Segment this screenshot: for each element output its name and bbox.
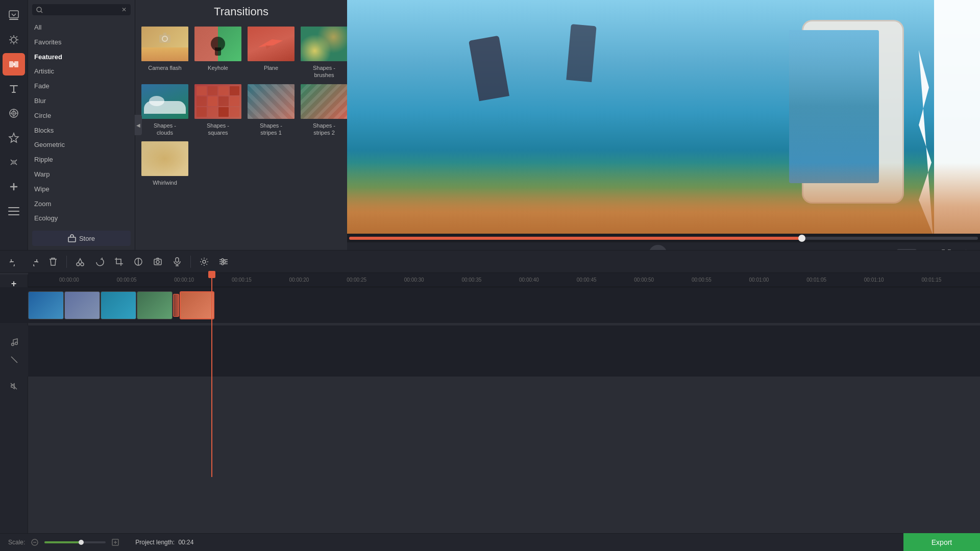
category-zoom[interactable]: Zoom xyxy=(28,197,135,212)
transition-thumb-shapes-stripes1 xyxy=(247,83,296,120)
svg-rect-16 xyxy=(163,33,166,35)
tool-plus[interactable] xyxy=(3,176,25,198)
scale-slider[interactable] xyxy=(44,541,106,543)
svg-point-24 xyxy=(222,259,224,261)
tool-effects[interactable] xyxy=(3,29,25,51)
transition-thumb-shapes-brushes xyxy=(300,26,349,62)
ruler-mark-6: 00:00:30 xyxy=(403,277,461,283)
video-clip-3[interactable] xyxy=(101,291,136,319)
rotate-button[interactable] xyxy=(91,254,108,270)
category-artistic[interactable]: Artistic xyxy=(28,64,135,79)
category-featured[interactable]: Featured xyxy=(28,50,135,65)
transition-label-shapes-brushes: Shapes -brushes xyxy=(313,64,335,79)
category-favorites[interactable]: Favorites xyxy=(28,35,135,50)
progress-bar-container xyxy=(347,234,980,243)
progress-bar-track[interactable] xyxy=(349,237,978,240)
panel-collapse-button[interactable]: ◀ xyxy=(135,115,142,135)
export-button[interactable]: Export xyxy=(903,533,980,551)
category-all[interactable]: All xyxy=(28,20,135,35)
progress-bar-thumb[interactable] xyxy=(798,235,805,242)
delete-button[interactable] xyxy=(45,254,61,270)
ruler-mark-14: 00:01:10 xyxy=(863,277,921,283)
transition-plane[interactable]: Plane xyxy=(247,26,296,79)
transition-shapes-clouds[interactable]: Shapes -clouds xyxy=(140,83,189,137)
svg-point-32 xyxy=(11,343,14,346)
tool-hamburger[interactable] xyxy=(3,200,25,222)
transition-shapes-stripes2[interactable]: Shapes -stripes 2 xyxy=(300,83,349,137)
search-clear-icon[interactable]: ✕ xyxy=(121,6,127,13)
category-blocks[interactable]: Blocks xyxy=(28,123,135,138)
transition-shapes-brushes[interactable]: Shapes -brushes xyxy=(300,26,349,79)
transition-label-shapes-stripes1: Shapes -stripes 1 xyxy=(260,122,282,137)
audio-tool-mute[interactable] xyxy=(2,353,27,367)
category-geometric[interactable]: Geometric xyxy=(28,138,135,153)
video-clip-5[interactable] xyxy=(180,291,214,319)
svg-marker-7 xyxy=(9,133,18,142)
transition-shapes-squares[interactable]: Shapes -squares xyxy=(193,83,242,137)
status-bar: Scale: Project length: 00:24 Export xyxy=(0,533,980,551)
search-bar: ✕ xyxy=(32,4,131,15)
transitions-grid-area: Transitions Camera flash xyxy=(135,0,347,250)
svg-point-12 xyxy=(37,7,41,12)
transition-camera-flash[interactable]: Camera flash xyxy=(140,26,189,79)
category-ecotechnology[interactable]: Ecotechnology xyxy=(28,226,135,227)
transition-shapes-stripes1[interactable]: Shapes -stripes 1 xyxy=(247,83,296,137)
transition-thumb-keyhole xyxy=(193,26,242,62)
ruler-mark-8: 00:00:40 xyxy=(518,277,576,283)
store-icon xyxy=(68,234,76,242)
toolbar-sep-1 xyxy=(66,256,67,268)
ruler-mark-2: 00:00:10 xyxy=(173,277,231,283)
color-button[interactable] xyxy=(130,254,146,270)
adjust-button[interactable] xyxy=(215,254,232,270)
tool-stickers[interactable] xyxy=(3,127,25,149)
transition-keyhole[interactable]: Keyhole xyxy=(193,26,242,79)
svg-point-2 xyxy=(11,37,16,42)
redo-button[interactable] xyxy=(26,254,42,270)
transition-thumb-shapes-clouds xyxy=(140,83,189,120)
video-clip-2[interactable] xyxy=(64,291,100,319)
cut-button[interactable] xyxy=(72,254,88,270)
transition-thumb-whirlwind xyxy=(140,140,189,177)
svg-rect-13 xyxy=(68,237,76,242)
transition-thumb-camera-flash xyxy=(140,26,189,62)
store-button[interactable]: Store xyxy=(32,231,131,246)
category-ripple[interactable]: Ripple xyxy=(28,153,135,167)
settings-button[interactable] xyxy=(196,254,212,270)
video-track xyxy=(0,287,980,323)
ruler-mark-12: 00:01:00 xyxy=(748,277,806,283)
category-wipe[interactable]: Wipe xyxy=(28,182,135,197)
transition-whirlwind[interactable]: Whirlwind xyxy=(140,140,189,186)
tool-motion[interactable] xyxy=(3,151,25,173)
category-warp[interactable]: Warp xyxy=(28,167,135,182)
timeline-tool-mute[interactable] xyxy=(1,379,27,393)
transition-between-clips xyxy=(173,291,179,319)
transition-clip-indicator[interactable] xyxy=(173,294,179,317)
video-clip-1[interactable] xyxy=(28,291,64,319)
category-fade[interactable]: Fade xyxy=(28,79,135,94)
tool-transitions[interactable] xyxy=(3,53,25,76)
audio-controls xyxy=(0,325,28,377)
transition-label-camera-flash: Camera flash xyxy=(148,64,181,71)
svg-point-23 xyxy=(203,260,206,263)
scale-fill xyxy=(44,541,81,543)
scale-thumb[interactable] xyxy=(79,540,84,545)
transition-label-shapes-squares: Shapes -squares xyxy=(207,122,229,137)
category-blur[interactable]: Blur xyxy=(28,94,135,109)
tool-overlays[interactable] xyxy=(3,102,25,124)
audio-tool-music[interactable] xyxy=(2,335,27,349)
transition-label-keyhole: Keyhole xyxy=(208,64,228,71)
search-input[interactable] xyxy=(45,6,119,13)
ruler-marks: 00:00:00 00:00:05 00:00:10 00:00:15 00:0… xyxy=(58,277,978,283)
photo-button[interactable] xyxy=(150,254,166,270)
svg-point-33 xyxy=(15,342,17,345)
category-ecology[interactable]: Ecology xyxy=(28,211,135,226)
svg-point-21 xyxy=(156,260,159,263)
store-label: Store xyxy=(79,235,95,242)
tool-import[interactable] xyxy=(3,4,25,27)
tool-text[interactable] xyxy=(3,78,25,100)
video-clip-4[interactable] xyxy=(137,291,173,319)
undo-button[interactable] xyxy=(6,254,22,270)
category-circle[interactable]: Circle xyxy=(28,109,135,123)
mic-button[interactable] xyxy=(169,254,185,270)
crop-button[interactable] xyxy=(111,254,127,270)
